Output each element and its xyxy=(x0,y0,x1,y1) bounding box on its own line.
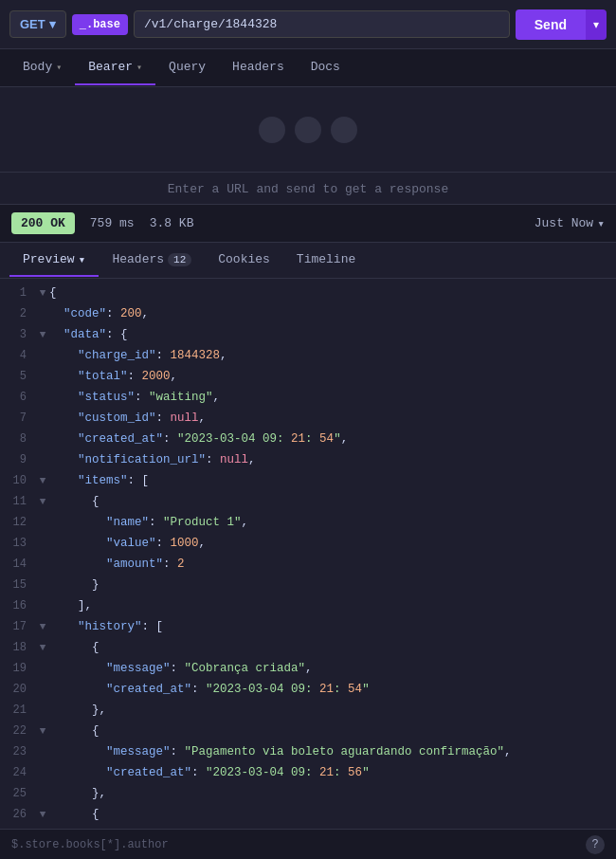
line-number: 23 xyxy=(0,742,36,761)
url-prompt: Enter a URL and send to get a response xyxy=(0,173,616,205)
preview-chevron-icon: ▾ xyxy=(79,252,86,267)
response-size: 3.8 KB xyxy=(150,216,194,230)
timestamp-group: Just Now ▾ xyxy=(534,216,605,231)
code-line-15: 15 } xyxy=(0,575,616,595)
tab-docs[interactable]: Docs xyxy=(298,50,353,85)
collapse-icon[interactable]: ▼ xyxy=(36,325,49,344)
line-content: "message": "Pagamento via boleto aguarda… xyxy=(49,742,616,761)
line-number: 11 xyxy=(0,492,36,511)
line-number: 3 xyxy=(0,325,36,344)
send-button-group: Send ▾ xyxy=(516,9,607,40)
line-content: "total": 2000, xyxy=(49,367,616,386)
line-content: } xyxy=(49,576,616,594)
line-content: { xyxy=(49,492,616,511)
send-button[interactable]: Send xyxy=(516,9,586,40)
code-line-19: 19 "message": "Cobrança criada", xyxy=(0,658,616,679)
status-code: 200 OK xyxy=(11,212,75,234)
code-line-10: 10▼ "items": [ xyxy=(0,470,616,491)
response-time: 759 ms xyxy=(90,216,135,230)
line-number: 10 xyxy=(0,471,36,490)
body-chevron-icon: ▾ xyxy=(56,62,62,73)
code-line-16: 16 ], xyxy=(0,595,616,616)
rtab-headers[interactable]: Headers 12 xyxy=(99,245,205,276)
code-line-25: 25 }, xyxy=(0,783,616,804)
line-content: "name": "Product 1", xyxy=(49,513,616,532)
collapse-icon[interactable]: ▼ xyxy=(36,805,49,824)
tab-bearer[interactable]: Bearer ▾ xyxy=(75,50,155,85)
tab-query[interactable]: Query xyxy=(155,50,219,85)
line-number: 4 xyxy=(0,346,36,365)
line-number: 17 xyxy=(0,617,36,636)
loading-dots xyxy=(259,117,357,143)
method-selector[interactable]: GET ▾ xyxy=(9,10,66,38)
code-line-1: 1▼{ xyxy=(0,283,616,303)
base-tag[interactable]: _.base xyxy=(72,14,128,35)
line-content: "created_at": "2023-03-04 09: 21: 54" xyxy=(49,680,616,699)
empty-area xyxy=(0,87,616,173)
collapse-icon[interactable]: ▼ xyxy=(36,492,49,511)
line-number: 2 xyxy=(0,304,36,323)
line-number: 13 xyxy=(0,534,36,553)
jsonpath-query: $.store.books[*].author xyxy=(11,838,169,851)
line-content: { xyxy=(49,283,616,302)
collapse-icon[interactable]: ▼ xyxy=(36,638,49,657)
tab-headers[interactable]: Headers xyxy=(219,50,298,85)
code-line-13: 13 "value": 1000, xyxy=(0,533,616,554)
bottom-bar: $.store.books[*].author ? xyxy=(0,829,616,859)
line-content: { xyxy=(49,638,616,657)
collapse-icon[interactable]: ▼ xyxy=(36,617,49,636)
line-content: "message": "Cobrança criada", xyxy=(49,659,616,678)
code-line-23: 23 "message": "Pagamento via boleto agua… xyxy=(0,741,616,762)
send-dropdown-button[interactable]: ▾ xyxy=(586,9,607,40)
code-line-17: 17▼ "history": [ xyxy=(0,616,616,637)
line-number: 20 xyxy=(0,680,36,699)
line-number: 19 xyxy=(0,659,36,678)
method-chevron-icon: ▾ xyxy=(49,17,56,31)
code-line-24: 24 "created_at": "2023-03-04 09: 21: 56" xyxy=(0,762,616,783)
code-line-8: 8 "created_at": "2023-03-04 09: 21: 54", xyxy=(0,429,616,449)
line-content: "value": 1000, xyxy=(49,534,616,553)
line-number: 5 xyxy=(0,367,36,386)
method-label: GET xyxy=(20,17,45,31)
rtab-preview[interactable]: Preview ▾ xyxy=(9,245,99,277)
code-line-3: 3▼ "data": { xyxy=(0,324,616,345)
code-line-11: 11▼ { xyxy=(0,491,616,512)
line-content: "charge_id": 1844328, xyxy=(49,346,616,365)
line-content: "status": "waiting", xyxy=(49,388,616,407)
code-line-18: 18▼ { xyxy=(0,637,616,658)
line-number: 25 xyxy=(0,784,36,803)
tab-body[interactable]: Body ▾ xyxy=(9,50,75,85)
rtab-timeline[interactable]: Timeline xyxy=(283,245,369,276)
line-number: 6 xyxy=(0,388,36,407)
line-number: 15 xyxy=(0,576,36,594)
code-line-7: 7 "custom_id": null, xyxy=(0,408,616,429)
code-line-12: 12 "name": "Product 1", xyxy=(0,512,616,533)
line-content: "created_at": "2023-03-04 09: 21: 54", xyxy=(49,430,616,448)
dot-3 xyxy=(331,117,357,143)
code-line-22: 22▼ { xyxy=(0,721,616,741)
line-content: "created_at": "2023-03-04 09: 21: 56" xyxy=(49,763,616,782)
line-content: "data": { xyxy=(49,325,616,344)
code-line-5: 5 "total": 2000, xyxy=(0,366,616,387)
request-tab-bar: Body ▾ Bearer ▾ Query Headers Docs xyxy=(0,49,616,87)
headers-badge: 12 xyxy=(168,253,191,266)
collapse-icon[interactable]: ▼ xyxy=(36,722,49,740)
response-tab-bar: Preview ▾ Headers 12 Cookies Timeline xyxy=(0,243,616,279)
line-content: }, xyxy=(49,784,616,803)
url-input[interactable] xyxy=(134,10,510,38)
line-content: "code": 200, xyxy=(49,304,616,323)
code-line-6: 6 "status": "waiting", xyxy=(0,387,616,408)
timestamp-label: Just Now xyxy=(534,216,593,230)
line-content: "items": [ xyxy=(49,471,616,490)
rtab-cookies[interactable]: Cookies xyxy=(205,245,283,276)
code-line-21: 21 }, xyxy=(0,700,616,721)
collapse-icon[interactable]: ▼ xyxy=(36,471,49,490)
line-number: 7 xyxy=(0,409,36,428)
line-number: 12 xyxy=(0,513,36,532)
code-line-26: 26▼ { xyxy=(0,804,616,825)
line-number: 18 xyxy=(0,638,36,657)
bearer-chevron-icon: ▾ xyxy=(136,62,142,73)
line-number: 9 xyxy=(0,450,36,469)
collapse-icon[interactable]: ▼ xyxy=(36,283,49,302)
help-button[interactable]: ? xyxy=(586,835,605,854)
